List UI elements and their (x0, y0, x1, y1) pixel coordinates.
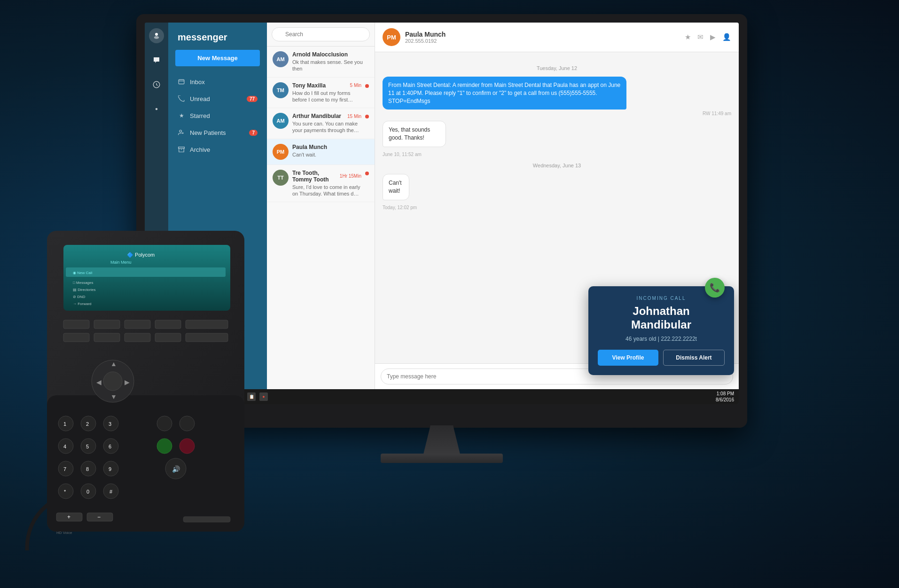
chat-contact-name: Paula Munch (405, 31, 680, 38)
message-preview: You sure can. You can make your payments… (292, 120, 361, 134)
app-title: messenger (168, 30, 267, 50)
phone-device: 🔷 Polycom Main Menu ◉ New Call □ Message… (19, 207, 282, 550)
svg-text:6: 6 (109, 444, 111, 449)
svg-text:◀: ◀ (96, 378, 102, 386)
message-time: 15 Min (347, 114, 361, 119)
archive-label: Archive (190, 146, 210, 153)
svg-point-3 (156, 108, 158, 110)
new-message-button[interactable]: New Message (175, 50, 260, 66)
sidebar-item-inbox[interactable]: Inbox (168, 73, 267, 90)
svg-text:9: 9 (109, 466, 111, 472)
svg-point-5 (180, 130, 182, 133)
message-preview: Ok that makes sense. See you then (292, 59, 369, 72)
message-icon[interactable] (149, 77, 164, 92)
message-content: Paula Munch Can't wait. (292, 144, 369, 158)
svg-text:+: + (67, 514, 70, 520)
timestamp-divider-2: Today, 12:02 pm (383, 205, 731, 210)
taskbar-time: 1:08 PM 8/6/2016 (716, 391, 734, 403)
svg-point-62 (180, 439, 195, 454)
incoming-call-overlay: 📞 INCOMING CALL Johnathan Mandibular 46 … (588, 286, 734, 375)
message-name: Paula Munch (292, 144, 327, 150)
avatar: AM (273, 113, 289, 129)
list-item[interactable]: TM Tony Maxilla 5 Min How do I fill out … (267, 78, 375, 109)
message-header: Arnold Malocclusion (292, 51, 369, 58)
video-action-icon[interactable]: ▶ (710, 33, 716, 41)
caller-name-line1: Johnathan (633, 305, 689, 317)
message-header: Tre Tooth, Tommy Tooth 1Hr 15Min (292, 170, 361, 183)
message-header: Arthur Mandibular 15 Min (292, 113, 361, 119)
settings-icon[interactable] (149, 102, 164, 117)
svg-text:7: 7 (63, 466, 66, 472)
svg-text:5: 5 (86, 444, 89, 449)
monitor-base (381, 454, 503, 463)
unread-dot (365, 84, 369, 88)
svg-text:HD Voice: HD Voice (56, 531, 72, 535)
svg-rect-6 (179, 147, 185, 149)
message-name: Arthur Mandibular (292, 113, 341, 119)
avatar: PM (273, 144, 289, 160)
svg-text:3: 3 (109, 421, 111, 427)
list-item[interactable]: PM Paula Munch Can't wait. (267, 139, 375, 165)
svg-text:8: 8 (86, 466, 89, 472)
timestamp-divider: June 10, 11:52 am (383, 152, 731, 157)
dismiss-alert-button[interactable]: Dismiss Alert (663, 350, 725, 366)
chat-header-info: Paula Munch 202.555.0192 (405, 31, 680, 44)
sidebar-item-archive[interactable]: Archive (168, 141, 267, 158)
svg-rect-25 (94, 333, 120, 342)
date-divider: Tuesday, June 12 (383, 65, 731, 71)
star-action-icon[interactable]: ★ (685, 33, 691, 41)
search-input[interactable] (272, 27, 370, 41)
svg-text:▤ Directories: ▤ Directories (73, 288, 95, 292)
call-phone-icon: 📞 (705, 278, 725, 298)
new-patients-badge: 7 (249, 130, 258, 136)
sidebar-item-starred[interactable]: ★ Starred (168, 107, 267, 124)
svg-text:□ Messages: □ Messages (73, 281, 94, 285)
svg-rect-19 (63, 320, 89, 329)
home-icon[interactable] (149, 28, 164, 43)
svg-text:1: 1 (63, 421, 66, 427)
svg-text:4: 4 (63, 444, 66, 449)
unread-dot (365, 172, 369, 175)
svg-rect-22 (155, 320, 181, 329)
unread-dot (365, 115, 369, 118)
svg-rect-4 (179, 79, 184, 84)
svg-text:▼: ▼ (110, 393, 117, 400)
sidebar-item-unread[interactable]: Unread 77 (168, 90, 267, 107)
profile-action-icon[interactable]: 👤 (722, 33, 731, 41)
sidebar-item-new-patients[interactable]: New Patients 7 (168, 124, 267, 141)
view-profile-button[interactable]: View Profile (598, 350, 658, 366)
message-time: 1Hr 15Min (340, 173, 361, 179)
svg-rect-69 (183, 517, 230, 522)
chat-contact-phone: 202.555.0192 (405, 38, 680, 44)
list-item[interactable]: AM Arnold Malocclusion Ok that makes sen… (267, 47, 375, 78)
message-content: Arthur Mandibular 15 Min You sure can. Y… (292, 113, 361, 134)
svg-text:▶: ▶ (125, 378, 130, 386)
inbox-icon (178, 78, 185, 86)
unread-icon (178, 95, 185, 102)
svg-rect-9 (47, 395, 244, 532)
message-header: Paula Munch (292, 144, 369, 150)
svg-text:▲: ▲ (110, 360, 117, 368)
message-name: Tony Maxilla (292, 82, 326, 89)
message-preview: Can't wait. (292, 151, 369, 158)
unread-label: Unread (190, 95, 210, 102)
chat-header-actions: ★ ✉ ▶ 👤 (685, 33, 731, 41)
message-content: Tony Maxilla 5 Min How do I fill out my … (292, 82, 361, 103)
bubble-wrap-incoming: Yes, that sounds good. Thanks! (383, 121, 731, 147)
unread-badge: 77 (247, 96, 258, 102)
caller-info: 46 years old | 222.222.2222t (598, 336, 725, 342)
bubble-wrap-outgoing: From Main Street Dental: A reminder from… (383, 77, 731, 116)
message-content: Tre Tooth, Tommy Tooth 1Hr 15Min Sure, I… (292, 170, 361, 197)
svg-rect-23 (186, 320, 228, 329)
list-item[interactable]: AM Arthur Mandibular 15 Min You sure can… (267, 108, 375, 139)
chat-bubble-incoming: Yes, that sounds good. Thanks! (383, 121, 446, 147)
chat-bubble-incoming-2: Can't wait! (383, 174, 409, 200)
email-action-icon[interactable]: ✉ (697, 33, 704, 41)
incoming-call-label: INCOMING CALL (598, 296, 725, 301)
clock-time: 1:08 PM (716, 391, 734, 397)
chat-bubble-outgoing: From Main Street Dental: A reminder from… (383, 77, 626, 110)
message-name: Arnold Malocclusion (292, 51, 348, 58)
list-item[interactable]: TT Tre Tooth, Tommy Tooth 1Hr 15Min Sure… (267, 165, 375, 203)
svg-text:⊘ DND: ⊘ DND (73, 295, 86, 299)
chat-bubble-icon[interactable] (149, 53, 164, 68)
